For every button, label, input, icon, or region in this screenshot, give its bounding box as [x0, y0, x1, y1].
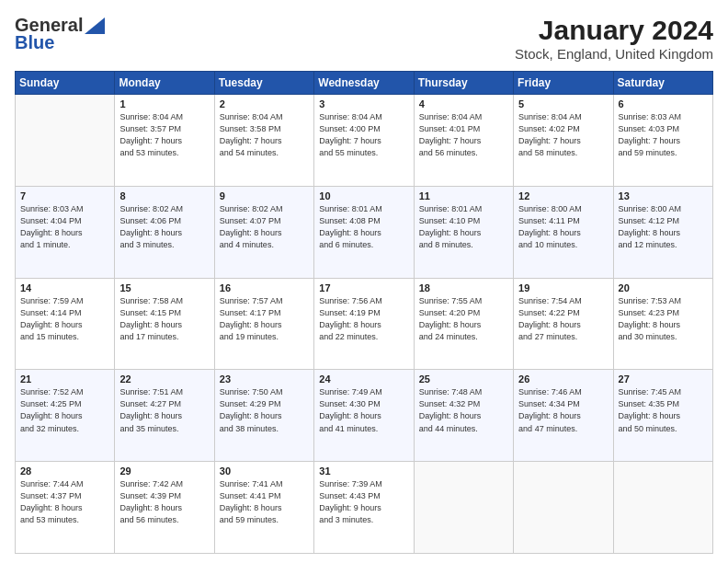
day-header-friday: Friday [514, 72, 613, 95]
day-number: 30 [220, 465, 309, 477]
day-info: Sunrise: 8:03 AMSunset: 4:04 PMDaylight:… [20, 203, 109, 251]
calendar-week-1: 1Sunrise: 8:04 AMSunset: 3:57 PMDaylight… [16, 95, 713, 187]
svg-marker-0 [85, 17, 105, 34]
calendar-cell [514, 462, 613, 554]
title-block: January 2024 Stock, England, United King… [515, 15, 713, 62]
day-number: 8 [119, 190, 209, 201]
calendar-cell: 12Sunrise: 8:00 AMSunset: 4:11 PMDayligh… [514, 186, 613, 278]
page: General Blue January 2024 Stock, England… [0, 0, 728, 563]
day-number: 24 [319, 373, 408, 385]
day-info: Sunrise: 8:01 AMSunset: 4:10 PMDaylight:… [419, 203, 508, 251]
day-number: 29 [119, 465, 209, 477]
day-header-monday: Monday [115, 72, 214, 95]
calendar-cell: 13Sunrise: 8:00 AMSunset: 4:12 PMDayligh… [613, 186, 712, 278]
day-number: 19 [518, 282, 608, 293]
calendar-cell: 15Sunrise: 7:58 AMSunset: 4:15 PMDayligh… [115, 278, 214, 370]
day-number: 6 [619, 98, 708, 109]
calendar-week-4: 21Sunrise: 7:52 AMSunset: 4:25 PMDayligh… [16, 370, 713, 462]
day-number: 18 [419, 282, 508, 293]
calendar-title: January 2024 [515, 15, 713, 46]
calendar-cell: 7Sunrise: 8:03 AMSunset: 4:04 PMDaylight… [16, 186, 115, 278]
day-info: Sunrise: 7:54 AMSunset: 4:22 PMDaylight:… [518, 295, 608, 343]
day-info: Sunrise: 8:04 AMSunset: 3:57 PMDaylight:… [119, 111, 209, 159]
calendar-cell: 28Sunrise: 7:44 AMSunset: 4:37 PMDayligh… [16, 462, 115, 554]
day-number: 16 [220, 282, 309, 293]
calendar-cell: 23Sunrise: 7:50 AMSunset: 4:29 PMDayligh… [214, 370, 313, 462]
day-number: 15 [119, 282, 209, 293]
calendar-cell [414, 462, 513, 554]
day-number: 1 [119, 98, 209, 109]
day-info: Sunrise: 7:44 AMSunset: 4:37 PMDaylight:… [20, 478, 109, 526]
calendar-cell: 31Sunrise: 7:39 AMSunset: 4:43 PMDayligh… [314, 462, 414, 554]
day-header-thursday: Thursday [414, 72, 513, 95]
day-number: 5 [518, 98, 608, 109]
day-info: Sunrise: 7:59 AMSunset: 4:14 PMDaylight:… [20, 295, 109, 343]
day-info: Sunrise: 7:50 AMSunset: 4:29 PMDaylight:… [220, 386, 309, 434]
day-info: Sunrise: 7:39 AMSunset: 4:43 PMDaylight:… [319, 478, 408, 526]
calendar-cell: 1Sunrise: 8:04 AMSunset: 3:57 PMDaylight… [115, 95, 214, 187]
day-number: 22 [119, 373, 209, 385]
calendar-cell: 14Sunrise: 7:59 AMSunset: 4:14 PMDayligh… [16, 278, 115, 370]
calendar-table: SundayMondayTuesdayWednesdayThursdayFrid… [15, 71, 713, 554]
calendar-week-3: 14Sunrise: 7:59 AMSunset: 4:14 PMDayligh… [16, 278, 713, 370]
calendar-cell: 26Sunrise: 7:46 AMSunset: 4:34 PMDayligh… [514, 370, 613, 462]
calendar-cell: 18Sunrise: 7:55 AMSunset: 4:20 PMDayligh… [414, 278, 513, 370]
logo-icon [85, 17, 105, 34]
day-info: Sunrise: 7:41 AMSunset: 4:41 PMDaylight:… [220, 478, 309, 526]
calendar-week-2: 7Sunrise: 8:03 AMSunset: 4:04 PMDaylight… [16, 186, 713, 278]
day-info: Sunrise: 8:00 AMSunset: 4:11 PMDaylight:… [518, 203, 608, 251]
day-header-tuesday: Tuesday [214, 72, 313, 95]
days-header-row: SundayMondayTuesdayWednesdayThursdayFrid… [16, 72, 713, 95]
day-info: Sunrise: 8:02 AMSunset: 4:06 PMDaylight:… [119, 203, 209, 251]
day-info: Sunrise: 8:04 AMSunset: 4:00 PMDaylight:… [319, 111, 408, 159]
day-number: 28 [20, 465, 109, 477]
day-number: 31 [319, 465, 408, 477]
day-number: 23 [220, 373, 309, 385]
day-info: Sunrise: 7:53 AMSunset: 4:23 PMDaylight:… [619, 295, 708, 343]
day-number: 11 [419, 190, 508, 201]
calendar-cell: 21Sunrise: 7:52 AMSunset: 4:25 PMDayligh… [16, 370, 115, 462]
day-info: Sunrise: 7:46 AMSunset: 4:34 PMDaylight:… [518, 386, 608, 434]
day-header-sunday: Sunday [16, 72, 115, 95]
day-header-wednesday: Wednesday [314, 72, 414, 95]
day-number: 4 [419, 98, 508, 109]
day-info: Sunrise: 7:57 AMSunset: 4:17 PMDaylight:… [220, 295, 309, 343]
calendar-cell [613, 462, 712, 554]
calendar-cell: 4Sunrise: 8:04 AMSunset: 4:01 PMDaylight… [414, 95, 513, 187]
day-info: Sunrise: 7:42 AMSunset: 4:39 PMDaylight:… [119, 478, 209, 526]
calendar-cell: 19Sunrise: 7:54 AMSunset: 4:22 PMDayligh… [514, 278, 613, 370]
calendar-cell: 8Sunrise: 8:02 AMSunset: 4:06 PMDaylight… [115, 186, 214, 278]
day-info: Sunrise: 8:00 AMSunset: 4:12 PMDaylight:… [619, 203, 708, 251]
day-number: 3 [319, 98, 408, 109]
day-info: Sunrise: 7:45 AMSunset: 4:35 PMDaylight:… [619, 386, 708, 434]
day-number: 10 [319, 190, 408, 201]
day-header-saturday: Saturday [613, 72, 712, 95]
day-number: 21 [20, 373, 109, 385]
calendar-cell: 22Sunrise: 7:51 AMSunset: 4:27 PMDayligh… [115, 370, 214, 462]
calendar-cell: 9Sunrise: 8:02 AMSunset: 4:07 PMDaylight… [214, 186, 313, 278]
day-info: Sunrise: 8:04 AMSunset: 3:58 PMDaylight:… [220, 111, 309, 159]
day-info: Sunrise: 7:58 AMSunset: 4:15 PMDaylight:… [119, 295, 209, 343]
day-info: Sunrise: 8:04 AMSunset: 4:01 PMDaylight:… [419, 111, 508, 159]
calendar-cell: 11Sunrise: 8:01 AMSunset: 4:10 PMDayligh… [414, 186, 513, 278]
day-number: 20 [619, 282, 708, 293]
calendar-cell: 2Sunrise: 8:04 AMSunset: 3:58 PMDaylight… [214, 95, 313, 187]
calendar-cell: 17Sunrise: 7:56 AMSunset: 4:19 PMDayligh… [314, 278, 414, 370]
calendar-cell: 3Sunrise: 8:04 AMSunset: 4:00 PMDaylight… [314, 95, 414, 187]
day-number: 14 [20, 282, 109, 293]
calendar-subtitle: Stock, England, United Kingdom [515, 46, 713, 62]
calendar-week-5: 28Sunrise: 7:44 AMSunset: 4:37 PMDayligh… [16, 462, 713, 554]
logo: General Blue [15, 15, 105, 53]
day-number: 26 [518, 373, 608, 385]
day-number: 27 [619, 373, 708, 385]
calendar-cell: 25Sunrise: 7:48 AMSunset: 4:32 PMDayligh… [414, 370, 513, 462]
calendar-cell: 16Sunrise: 7:57 AMSunset: 4:17 PMDayligh… [214, 278, 313, 370]
day-number: 2 [220, 98, 309, 109]
day-info: Sunrise: 7:49 AMSunset: 4:30 PMDaylight:… [319, 386, 408, 434]
calendar-cell: 27Sunrise: 7:45 AMSunset: 4:35 PMDayligh… [613, 370, 712, 462]
day-number: 13 [619, 190, 708, 201]
day-info: Sunrise: 8:04 AMSunset: 4:02 PMDaylight:… [518, 111, 608, 159]
day-info: Sunrise: 7:48 AMSunset: 4:32 PMDaylight:… [419, 386, 508, 434]
calendar-cell: 20Sunrise: 7:53 AMSunset: 4:23 PMDayligh… [613, 278, 712, 370]
calendar-cell: 24Sunrise: 7:49 AMSunset: 4:30 PMDayligh… [314, 370, 414, 462]
